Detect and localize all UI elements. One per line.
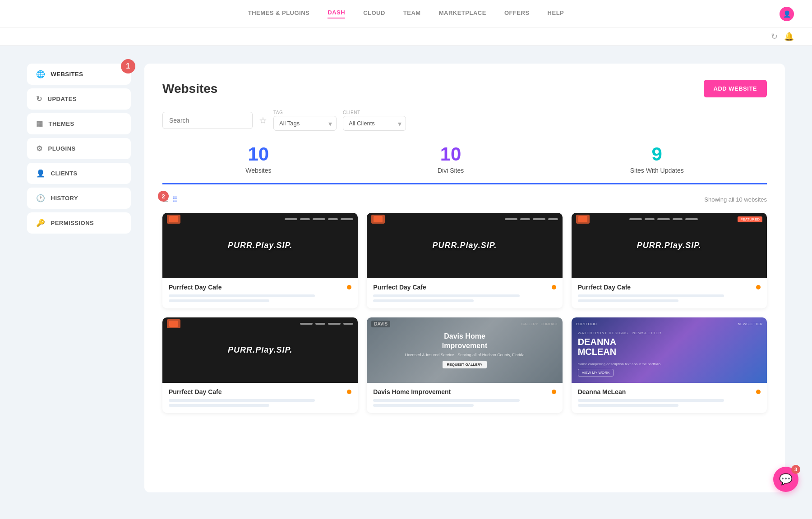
card-status-0 bbox=[347, 285, 351, 289]
card-thumb-text-2: PURR.Play.SIP. bbox=[637, 241, 701, 250]
card-url-bar-4 bbox=[373, 399, 519, 402]
nav-dash[interactable]: DASH bbox=[328, 9, 345, 18]
grid-header: 2 ☰ ⠿ Showing all 10 websites bbox=[162, 189, 767, 210]
top-navigation: THEMES & PLUGINS DASH CLOUD TEAM MARKETP… bbox=[0, 0, 812, 28]
website-card-0[interactable]: PURR.Play.SIP. Purrfect Day Cafe bbox=[162, 213, 358, 308]
notification-icon[interactable]: 🔔 bbox=[784, 32, 794, 41]
websites-grid: PURR.Play.SIP. Purrfect Day Cafe bbox=[162, 213, 767, 413]
card-thumb-4: DAVIS GALLERY CONTACT Davis HomeImprovem… bbox=[367, 317, 562, 383]
nav-right: 👤 bbox=[780, 7, 794, 21]
nav-marketplace[interactable]: MARKETPLACE bbox=[439, 9, 486, 18]
card-url-bar-2 bbox=[578, 294, 724, 297]
history-icon: 🕐 bbox=[36, 194, 46, 202]
card-thumb-2: FEATURED PURR.Play.SIP. bbox=[572, 213, 767, 278]
sidebar-item-plugins[interactable]: ⚙ PLUGINS bbox=[27, 138, 131, 159]
card-thumb-text-1: PURR.Play.SIP. bbox=[432, 241, 497, 250]
card-thumb-1: PURR.Play.SIP. bbox=[367, 213, 562, 278]
card-url-bar-1 bbox=[373, 294, 519, 297]
stat-updates-label: Sites With Updates bbox=[630, 167, 684, 174]
davis-subtitle: Licensed & Insured Service · Serving all… bbox=[405, 353, 524, 357]
card-name-4: Davis Home Improvement bbox=[373, 388, 451, 395]
toolbar-row: ↻ 🔔 bbox=[0, 28, 812, 46]
themes-icon: ▦ bbox=[36, 119, 43, 128]
card-logo-3 bbox=[167, 319, 180, 328]
deanna-btns: Some compelling description text about t… bbox=[578, 362, 761, 377]
search-input[interactable] bbox=[162, 112, 253, 129]
card-url-bar-3 bbox=[169, 399, 315, 402]
nav-help[interactable]: HELP bbox=[548, 9, 564, 18]
card-tag-2: FEATURED bbox=[738, 216, 762, 222]
sidebar-item-updates[interactable]: ↻ UPDATES bbox=[27, 88, 131, 110]
user-avatar[interactable]: 👤 bbox=[780, 7, 794, 21]
content-area: Websites ADD WEBSITE ☆ TAG All Tags CLIE… bbox=[144, 64, 785, 492]
sidebar-item-clients[interactable]: 👤 CLIENTS bbox=[27, 163, 131, 184]
card-status-2 bbox=[756, 285, 761, 289]
client-label: CLIENT bbox=[343, 110, 406, 115]
card-info-4: Davis Home Improvement bbox=[367, 383, 562, 413]
sidebar-item-themes[interactable]: ▦ THEMES bbox=[27, 113, 131, 134]
card-nav-items-0 bbox=[285, 218, 353, 220]
card-info-2: Purrfect Day Cafe bbox=[572, 278, 767, 308]
website-card-4[interactable]: DAVIS GALLERY CONTACT Davis HomeImprovem… bbox=[367, 317, 562, 413]
sidebar-label-history: HISTORY bbox=[51, 195, 78, 202]
card-nav-items-1 bbox=[505, 218, 558, 220]
updates-icon: ↻ bbox=[36, 95, 42, 103]
client-filter-group: CLIENT All Clients bbox=[343, 110, 406, 131]
deanna-text-area: WATERFRONT DESIGNS · NEWSLETTER DEANNAMC… bbox=[578, 331, 761, 357]
showing-text: Showing all 10 websites bbox=[704, 196, 767, 203]
client-select[interactable]: All Clients bbox=[343, 116, 406, 131]
favorites-star[interactable]: ☆ bbox=[259, 115, 267, 126]
card-info-0: Purrfect Day Cafe bbox=[162, 278, 358, 308]
svg-rect-1 bbox=[374, 216, 383, 222]
stat-divi-number: 10 bbox=[438, 143, 464, 165]
refresh-icon[interactable]: ↻ bbox=[771, 32, 778, 41]
sidebar-label-permissions: PERMISSIONS bbox=[51, 220, 94, 226]
card-info-5: Deanna McLean bbox=[572, 383, 767, 413]
website-card-3[interactable]: PURR.Play.SIP. Purrfect Day Cafe bbox=[162, 317, 358, 413]
nav-cloud[interactable]: CLOUD bbox=[363, 9, 385, 18]
website-card-5[interactable]: PORTFOLIO NEWSLETTER WATERFRONT DESIGNS … bbox=[572, 317, 767, 413]
card-name-3: Purrfect Day Cafe bbox=[169, 388, 222, 395]
website-card-2[interactable]: FEATURED PURR.Play.SIP. Purrfect Day Caf… bbox=[572, 213, 767, 308]
card-logo-1 bbox=[371, 215, 385, 224]
filters-row: ☆ TAG All Tags CLIENT All Clients bbox=[162, 110, 767, 131]
website-card-1[interactable]: PURR.Play.SIP. Purrfect Day Cafe bbox=[367, 213, 562, 308]
sidebar-label-themes: THEMES bbox=[49, 120, 74, 127]
card-status-4 bbox=[552, 390, 556, 394]
websites-badge: 1 bbox=[121, 59, 135, 73]
card-url-bar-short-5 bbox=[578, 404, 678, 407]
nav-themes-plugins[interactable]: THEMES & PLUGINS bbox=[248, 9, 310, 18]
grid-view-icon[interactable]: ⠿ bbox=[172, 195, 178, 204]
card-url-bar-short-3 bbox=[169, 404, 269, 407]
stat-websites-label: Websites bbox=[245, 167, 271, 174]
sidebar-item-history[interactable]: 🕐 HISTORY bbox=[27, 188, 131, 209]
svg-rect-2 bbox=[578, 216, 587, 222]
card-url-bar-short-4 bbox=[373, 404, 474, 407]
chat-badge: 3 bbox=[791, 465, 800, 474]
clients-icon: 👤 bbox=[36, 169, 46, 178]
add-website-button[interactable]: ADD WEBSITE bbox=[704, 80, 767, 97]
chat-bubble[interactable]: 💬 3 bbox=[773, 467, 798, 492]
stat-websites: 10 Websites bbox=[245, 143, 271, 174]
card-thumb-text-3: PURR.Play.SIP. bbox=[228, 345, 292, 355]
sidebar-label-plugins: PLUGINS bbox=[48, 145, 76, 152]
plugins-icon: ⚙ bbox=[36, 144, 43, 153]
nav-team[interactable]: TEAM bbox=[403, 9, 421, 18]
tag-filter-group: TAG All Tags bbox=[273, 110, 337, 131]
sidebar-label-clients: CLIENTS bbox=[51, 170, 78, 177]
svg-rect-0 bbox=[169, 216, 178, 222]
card-url-bar-short-2 bbox=[578, 299, 678, 302]
sidebar-item-permissions[interactable]: 🔑 PERMISSIONS bbox=[27, 212, 131, 234]
websites-icon: 🌐 bbox=[36, 70, 46, 78]
card-name-0: Purrfect Day Cafe bbox=[169, 284, 222, 291]
tag-select[interactable]: All Tags bbox=[273, 116, 337, 131]
stat-divi-sites: 10 Divi Sites bbox=[438, 143, 464, 174]
sidebar-item-websites[interactable]: 🌐 WEBSITES 1 bbox=[27, 64, 131, 85]
nav-offers[interactable]: OFFERS bbox=[504, 9, 530, 18]
sidebar: 🌐 WEBSITES 1 ↻ UPDATES ▦ THEMES ⚙ PLUGIN… bbox=[27, 64, 131, 492]
card-status-3 bbox=[347, 390, 351, 394]
main-layout: 🌐 WEBSITES 1 ↻ UPDATES ▦ THEMES ⚙ PLUGIN… bbox=[0, 46, 812, 510]
nav-links: THEMES & PLUGINS DASH CLOUD TEAM MARKETP… bbox=[248, 9, 564, 18]
card-logo-0 bbox=[167, 215, 180, 224]
card-name-5: Deanna McLean bbox=[578, 388, 626, 395]
